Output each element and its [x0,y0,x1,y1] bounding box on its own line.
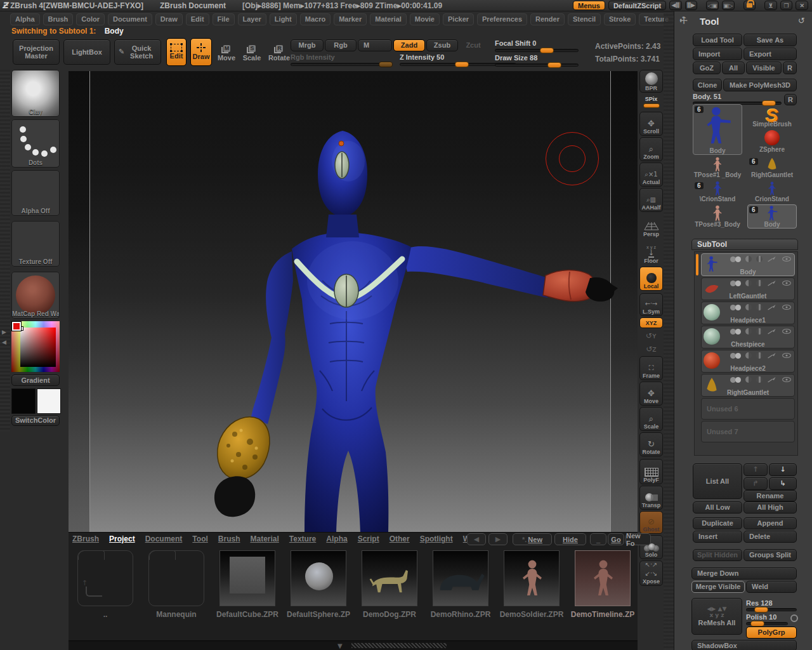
lightbox-tab-document[interactable]: Document [145,534,183,543]
export-button[interactable]: Export [743,48,797,60]
actual-button[interactable]: ⌕×1 Actual [639,162,663,187]
eye-visibility-icon[interactable] [782,328,792,335]
move-down-hierarchy-button[interactable]: ↳ [769,477,797,490]
lightbox-button[interactable]: LightBox [63,39,110,65]
all-high-button[interactable]: All High [743,501,797,514]
scroll-button[interactable]: ✥ Scroll [639,112,663,136]
split-toggle-icon[interactable] [756,304,763,310]
eye-visibility-icon[interactable] [782,352,792,359]
lightbox-tab-project[interactable]: Project [109,534,135,543]
goz-r-button[interactable]: R [783,62,797,74]
lightbox-hide-button[interactable]: Hide [554,533,586,545]
menu-item-alpha[interactable]: Alpha [10,13,40,25]
lightbox-item-demotimeline[interactable]: DemoTimeline.ZP [570,550,636,619]
paint-brush-icon[interactable] [767,280,777,286]
polygrp-button[interactable]: PolyGrp [746,627,797,639]
persp-button[interactable]: Persp [639,213,663,239]
local-button[interactable]: Local [639,267,663,291]
eye-visibility-icon[interactable] [782,304,792,310]
lightbox-item-mannequin[interactable]: Mannequin [143,550,209,619]
tool-thumbnail-crionstand-b[interactable]: 6 \CrionStand [693,180,742,203]
polypaint-toggle-icon[interactable] [730,377,741,383]
all-low-button[interactable]: All Low [693,501,742,514]
shade-toggle-icon[interactable] [745,376,752,383]
zcut-button[interactable]: Zcut [459,39,487,51]
subtool-item-headpiece2[interactable]: Headpiece2 [701,350,795,373]
copy-config-icon[interactable]: ◁▣ [706,1,719,10]
current-material-selector[interactable]: MatCap Red Wa [11,272,60,319]
close-button[interactable]: ✕ [796,1,808,10]
current-stroke-selector[interactable]: Dots [11,119,60,168]
split-toggle-icon[interactable] [756,256,763,262]
scroll-left-button[interactable]: ◀⫿⫿ [669,1,682,10]
current-brush-selector[interactable]: Clay [11,70,60,117]
list-all-button[interactable]: List All [693,463,742,499]
polypaint-toggle-icon[interactable] [730,256,741,262]
lightbox-tab-alpha[interactable]: Alpha [326,534,347,543]
subtool-item-body[interactable]: Body [701,253,795,276]
lightbox-tab-zbrush[interactable]: ZBrush [72,534,99,543]
subtool-item-chestpiece[interactable]: Chestpiece [701,326,795,348]
menu-item-picker[interactable]: Picker [443,13,474,25]
menu-item-draw[interactable]: Draw [155,13,183,25]
merge-down-button[interactable]: Merge Down [691,567,797,580]
lightbox-item-parent-folder[interactable]: .. [72,550,138,619]
split-toggle-icon[interactable] [756,280,763,286]
polyf-button[interactable]: PolyF [639,459,663,484]
remesh-all-button[interactable]: ◀▶ ▲▼x y z ReMesh All [691,598,742,635]
shade-toggle-icon[interactable] [745,304,752,310]
split-hidden-button[interactable]: Split Hidden [693,549,742,561]
split-toggle-icon[interactable] [756,328,763,335]
xpose-button[interactable]: ↖ꞏ↗↙ꞏ↘ Xpose [639,560,663,586]
insert-button[interactable]: Insert [693,531,742,543]
menu-item-edit[interactable]: Edit [186,13,209,25]
subtool-item-rightgauntlet[interactable]: RightGauntlet [701,374,795,397]
projection-master-button[interactable]: Projection Master [13,39,60,65]
rgb-intensity-slider[interactable]: Rgb Intensity [291,53,392,66]
menu-item-movie[interactable]: Movie [410,13,440,25]
tool-thumbnail-rightgauntlet[interactable]: 6 RightGauntlet [747,156,797,179]
zoom-button[interactable]: ⌕ Zoom [639,137,663,161]
lightbox-underscore-button[interactable]: _ [590,533,606,545]
lock-icon[interactable] [743,1,756,10]
merge-visible-button[interactable]: Merge Visible [691,581,745,593]
tool-thumbnail-body-current[interactable]: 6 Body [693,104,742,155]
paste-config-icon[interactable]: ▣▷ [722,1,735,10]
save-as-button[interactable]: Save As [743,34,797,46]
tray-close-arrow-icon[interactable]: ◀ [2,339,6,345]
menu-item-layer[interactable]: Layer [238,13,266,25]
split-toggle-icon[interactable] [756,376,763,383]
goz-all-button[interactable]: All [722,62,745,74]
shade-toggle-icon[interactable] [745,280,752,286]
menu-item-brush[interactable]: Brush [43,13,74,25]
rotate-button[interactable]: R Rotate [266,41,292,66]
shade-toggle-icon[interactable] [745,256,752,262]
saturation-value-square[interactable] [20,328,56,367]
menu-item-preferences[interactable]: Preferences [477,13,527,25]
menu-item-macro[interactable]: Macro [300,13,331,25]
lightbox-tab-script[interactable]: Script [358,534,379,543]
bpr-button[interactable]: BPR [639,70,663,93]
lightbox-scrollbar[interactable]: ▼ [69,640,638,650]
subtool-down-button[interactable]: ↓ [769,463,797,476]
lightbox-tab-other[interactable]: Other [390,534,410,543]
split-toggle-icon[interactable] [756,352,763,359]
subtool-item-unused-6[interactable]: Unused 6 [701,398,795,420]
paint-brush-icon[interactable] [767,304,777,310]
load-tool-button[interactable]: Load Tool [693,34,742,46]
tray-open-arrow-icon[interactable]: ▶ [2,329,6,335]
eye-visibility-icon[interactable] [782,376,792,383]
goz-visible-button[interactable]: Visible [746,62,782,74]
frame-button[interactable]: ⛶ Frame [639,356,663,380]
menu-item-stencil[interactable]: Stencil [568,13,601,25]
lightbox-new-folder-button[interactable]: New Fo [625,533,651,545]
polypaint-toggle-icon[interactable] [730,329,741,335]
rotate-z-button[interactable]: ↺ᴢ [639,343,663,355]
rotate-3d-button[interactable]: ↻ Rotate [639,432,663,456]
scrollbar-arrow-icon[interactable]: ▼ [337,642,343,649]
shade-toggle-icon[interactable] [745,328,752,335]
import-button[interactable]: Import [693,48,742,60]
subtool-item-headpiece1[interactable]: Headpiece1 [701,302,795,324]
draw-size-slider[interactable]: Draw Size 88 [495,54,579,67]
restore-button[interactable]: ❐ [780,1,793,10]
